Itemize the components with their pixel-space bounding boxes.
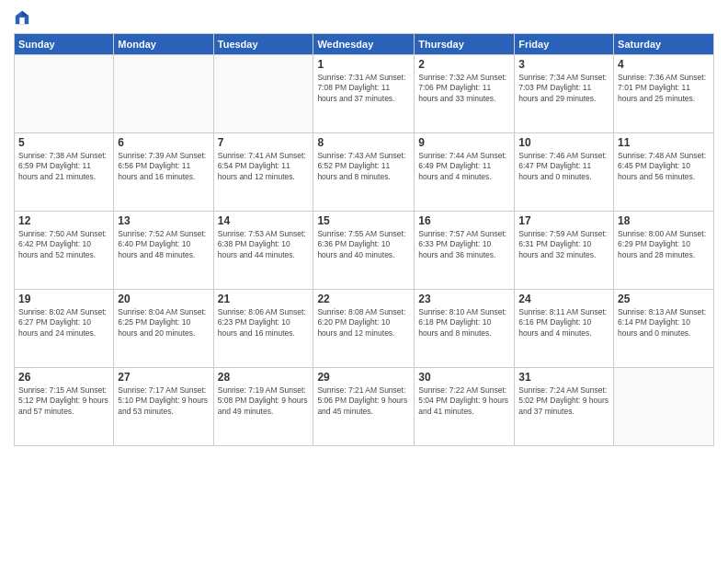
day-info: Sunrise: 7:53 AM Sunset: 6:38 PM Dayligh… bbox=[218, 229, 310, 260]
day-cell: 10Sunrise: 7:46 AM Sunset: 6:47 PM Dayli… bbox=[515, 133, 614, 212]
day-number: 3 bbox=[518, 58, 609, 71]
day-cell bbox=[213, 55, 313, 133]
day-number: 2 bbox=[418, 58, 510, 71]
day-info: Sunrise: 7:55 AM Sunset: 6:36 PM Dayligh… bbox=[317, 229, 410, 260]
day-info: Sunrise: 7:57 AM Sunset: 6:33 PM Dayligh… bbox=[418, 229, 510, 260]
day-number: 20 bbox=[118, 293, 209, 305]
day-number: 28 bbox=[218, 371, 310, 384]
day-info: Sunrise: 7:31 AM Sunset: 7:08 PM Dayligh… bbox=[317, 73, 410, 104]
day-number: 9 bbox=[418, 136, 510, 149]
day-info: Sunrise: 7:46 AM Sunset: 6:47 PM Dayligh… bbox=[518, 151, 609, 182]
day-info: Sunrise: 8:08 AM Sunset: 6:20 PM Dayligh… bbox=[317, 307, 410, 339]
day-cell bbox=[614, 368, 714, 446]
day-number: 5 bbox=[18, 136, 109, 149]
day-number: 29 bbox=[317, 371, 410, 384]
day-cell: 16Sunrise: 7:57 AM Sunset: 6:33 PM Dayli… bbox=[415, 212, 515, 290]
day-number: 26 bbox=[18, 371, 109, 384]
day-info: Sunrise: 7:52 AM Sunset: 6:40 PM Dayligh… bbox=[118, 229, 209, 260]
day-cell: 2Sunrise: 7:32 AM Sunset: 7:06 PM Daylig… bbox=[415, 55, 515, 133]
day-number: 8 bbox=[317, 136, 410, 149]
day-info: Sunrise: 7:44 AM Sunset: 6:49 PM Dayligh… bbox=[418, 151, 510, 182]
day-cell: 23Sunrise: 8:10 AM Sunset: 6:18 PM Dayli… bbox=[415, 290, 515, 368]
day-cell: 28Sunrise: 7:19 AM Sunset: 5:08 PM Dayli… bbox=[213, 368, 313, 446]
logo-icon bbox=[14, 9, 30, 26]
day-info: Sunrise: 7:15 AM Sunset: 5:12 PM Dayligh… bbox=[18, 385, 109, 417]
day-cell: 21Sunrise: 8:06 AM Sunset: 6:23 PM Dayli… bbox=[213, 290, 313, 368]
day-info: Sunrise: 8:11 AM Sunset: 6:16 PM Dayligh… bbox=[518, 307, 609, 339]
day-info: Sunrise: 8:02 AM Sunset: 6:27 PM Dayligh… bbox=[18, 307, 109, 339]
svg-rect-2 bbox=[19, 17, 24, 24]
day-number: 10 bbox=[518, 136, 609, 149]
day-number: 15 bbox=[317, 214, 410, 227]
day-cell: 3Sunrise: 7:34 AM Sunset: 7:03 PM Daylig… bbox=[515, 55, 614, 133]
weekday-header-sunday: Sunday bbox=[15, 34, 114, 55]
week-row-3: 12Sunrise: 7:50 AM Sunset: 6:42 PM Dayli… bbox=[15, 212, 714, 290]
day-number: 22 bbox=[317, 293, 410, 305]
day-number: 18 bbox=[618, 214, 710, 227]
weekday-header-thursday: Thursday bbox=[415, 34, 515, 55]
day-cell bbox=[114, 55, 213, 133]
day-info: Sunrise: 7:36 AM Sunset: 7:01 PM Dayligh… bbox=[618, 73, 710, 104]
day-cell bbox=[15, 55, 114, 133]
week-row-1: 1Sunrise: 7:31 AM Sunset: 7:08 PM Daylig… bbox=[15, 55, 714, 133]
day-info: Sunrise: 7:38 AM Sunset: 6:59 PM Dayligh… bbox=[18, 151, 109, 182]
day-info: Sunrise: 7:39 AM Sunset: 6:56 PM Dayligh… bbox=[118, 151, 209, 182]
day-info: Sunrise: 7:17 AM Sunset: 5:10 PM Dayligh… bbox=[118, 385, 209, 417]
day-cell: 25Sunrise: 8:13 AM Sunset: 6:14 PM Dayli… bbox=[614, 290, 714, 368]
day-number: 25 bbox=[618, 293, 710, 305]
day-number: 13 bbox=[118, 214, 209, 227]
day-info: Sunrise: 7:32 AM Sunset: 7:06 PM Dayligh… bbox=[418, 73, 510, 104]
day-cell: 7Sunrise: 7:41 AM Sunset: 6:54 PM Daylig… bbox=[213, 133, 313, 212]
week-row-4: 19Sunrise: 8:02 AM Sunset: 6:27 PM Dayli… bbox=[15, 290, 714, 368]
day-cell: 29Sunrise: 7:21 AM Sunset: 5:06 PM Dayli… bbox=[313, 368, 415, 446]
day-number: 23 bbox=[418, 293, 510, 305]
day-cell: 27Sunrise: 7:17 AM Sunset: 5:10 PM Dayli… bbox=[114, 368, 213, 446]
weekday-header-tuesday: Tuesday bbox=[213, 34, 313, 55]
day-info: Sunrise: 7:48 AM Sunset: 6:45 PM Dayligh… bbox=[618, 151, 710, 182]
day-number: 24 bbox=[518, 293, 609, 305]
day-info: Sunrise: 7:21 AM Sunset: 5:06 PM Dayligh… bbox=[317, 385, 410, 417]
day-cell: 24Sunrise: 8:11 AM Sunset: 6:16 PM Dayli… bbox=[515, 290, 614, 368]
day-info: Sunrise: 7:19 AM Sunset: 5:08 PM Dayligh… bbox=[218, 385, 310, 417]
day-info: Sunrise: 8:06 AM Sunset: 6:23 PM Dayligh… bbox=[218, 307, 310, 339]
day-cell: 15Sunrise: 7:55 AM Sunset: 6:36 PM Dayli… bbox=[313, 212, 415, 290]
day-cell: 8Sunrise: 7:43 AM Sunset: 6:52 PM Daylig… bbox=[313, 133, 415, 212]
day-info: Sunrise: 7:43 AM Sunset: 6:52 PM Dayligh… bbox=[317, 151, 410, 182]
day-cell: 19Sunrise: 8:02 AM Sunset: 6:27 PM Dayli… bbox=[15, 290, 114, 368]
day-number: 27 bbox=[118, 371, 209, 384]
day-cell: 11Sunrise: 7:48 AM Sunset: 6:45 PM Dayli… bbox=[614, 133, 714, 212]
day-cell: 12Sunrise: 7:50 AM Sunset: 6:42 PM Dayli… bbox=[15, 212, 114, 290]
day-number: 31 bbox=[518, 371, 609, 384]
day-cell: 18Sunrise: 8:00 AM Sunset: 6:29 PM Dayli… bbox=[614, 212, 714, 290]
week-row-2: 5Sunrise: 7:38 AM Sunset: 6:59 PM Daylig… bbox=[15, 133, 714, 212]
day-cell: 5Sunrise: 7:38 AM Sunset: 6:59 PM Daylig… bbox=[15, 133, 114, 212]
day-cell: 17Sunrise: 7:59 AM Sunset: 6:31 PM Dayli… bbox=[515, 212, 614, 290]
day-info: Sunrise: 7:22 AM Sunset: 5:04 PM Dayligh… bbox=[418, 385, 510, 417]
day-cell: 13Sunrise: 7:52 AM Sunset: 6:40 PM Dayli… bbox=[114, 212, 213, 290]
day-info: Sunrise: 7:50 AM Sunset: 6:42 PM Dayligh… bbox=[18, 229, 109, 260]
day-number: 1 bbox=[317, 58, 410, 71]
day-number: 4 bbox=[618, 58, 710, 71]
logo bbox=[14, 9, 32, 26]
day-cell: 6Sunrise: 7:39 AM Sunset: 6:56 PM Daylig… bbox=[114, 133, 213, 212]
page: SundayMondayTuesdayWednesdayThursdayFrid… bbox=[0, 0, 728, 563]
header bbox=[14, 9, 714, 26]
day-number: 30 bbox=[418, 371, 510, 384]
svg-marker-1 bbox=[22, 11, 28, 16]
day-number: 14 bbox=[218, 214, 310, 227]
weekday-header-row: SundayMondayTuesdayWednesdayThursdayFrid… bbox=[15, 34, 714, 55]
day-info: Sunrise: 8:00 AM Sunset: 6:29 PM Dayligh… bbox=[618, 229, 710, 260]
day-cell: 4Sunrise: 7:36 AM Sunset: 7:01 PM Daylig… bbox=[614, 55, 714, 133]
day-cell: 30Sunrise: 7:22 AM Sunset: 5:04 PM Dayli… bbox=[415, 368, 515, 446]
day-number: 12 bbox=[18, 214, 109, 227]
day-cell: 9Sunrise: 7:44 AM Sunset: 6:49 PM Daylig… bbox=[415, 133, 515, 212]
day-cell: 31Sunrise: 7:24 AM Sunset: 5:02 PM Dayli… bbox=[515, 368, 614, 446]
day-cell: 20Sunrise: 8:04 AM Sunset: 6:25 PM Dayli… bbox=[114, 290, 213, 368]
day-number: 11 bbox=[618, 136, 710, 149]
day-info: Sunrise: 7:34 AM Sunset: 7:03 PM Dayligh… bbox=[518, 73, 609, 104]
calendar-table: SundayMondayTuesdayWednesdayThursdayFrid… bbox=[14, 33, 714, 446]
day-info: Sunrise: 7:59 AM Sunset: 6:31 PM Dayligh… bbox=[518, 229, 609, 260]
day-info: Sunrise: 7:24 AM Sunset: 5:02 PM Dayligh… bbox=[518, 385, 609, 417]
day-info: Sunrise: 8:13 AM Sunset: 6:14 PM Dayligh… bbox=[618, 307, 710, 339]
weekday-header-saturday: Saturday bbox=[614, 34, 714, 55]
